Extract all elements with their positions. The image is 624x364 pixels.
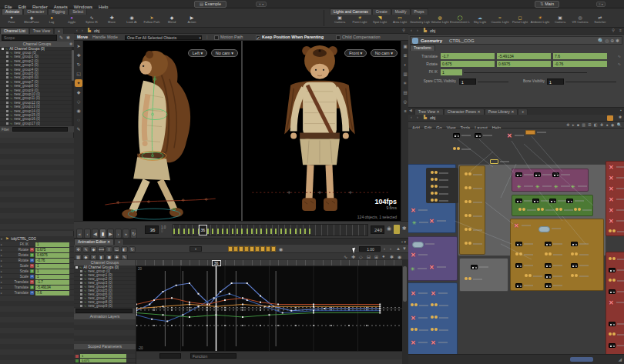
shelf-tool-area-light[interactable]: ▭Area Light [390,15,410,28]
add-tab-button[interactable]: + [114,239,124,245]
network-zoom-handle[interactable] [570,357,593,362]
node-star[interactable]: ✳ [554,184,559,189]
viewport-right-view[interactable]: Front ▾ No cam ▾ 104fps 9.6ms 124 object… [243,41,401,221]
node-chip[interactable] [515,242,522,246]
param-value-field[interactable]: -5.49134 [35,286,69,290]
tab-pose-library[interactable]: Pose Library ✕ [485,109,518,115]
collapse-arrow-icon[interactable]: ▾ [1,237,2,241]
filter-input[interactable] [12,127,68,132]
desktop-selector[interactable]: ⇅ Main [535,1,559,8]
anim-view-icon[interactable]: ◉ [398,254,401,259]
shelf-tool-blendpose[interactable]: ◈BlendPose [22,15,42,28]
shelf-tool-camera[interactable]: ▣Camera [550,15,570,28]
pane-menu-icon[interactable]: ▪ [620,108,622,112]
node-chip[interactable] [515,283,522,288]
key-function-button[interactable] [250,246,254,252]
shelf-tab-lights-and-cameras[interactable]: Lights and Cameras [330,8,372,15]
node-bone[interactable]: ✕ [609,175,614,182]
forward-icon[interactable]: › [417,115,418,119]
node-dots[interactable] [411,303,414,306]
param-ladder-icon[interactable]: ∿ [618,62,621,66]
param-value-field[interactable]: 0.675 [35,248,69,252]
handle-mode-label[interactable]: Handle Mode [92,34,118,41]
key-function-button[interactable] [271,246,276,252]
rotate-tool-icon[interactable]: ↻ [75,61,82,68]
node-chip[interactable] [609,289,616,294]
anim-view-icon[interactable]: ⊟ [367,254,371,259]
channel-group-row[interactable]: ∿new_group9 (0) [74,304,136,308]
key-function-button[interactable] [266,246,270,252]
node-bone[interactable]: ✕ [609,300,614,306]
shelf-tool-look-at[interactable]: ◉Look At [122,15,142,28]
node-dots[interactable] [465,172,468,175]
grid-toggle-icon[interactable]: ▤ [402,89,408,96]
node-bone[interactable]: ✕ [411,208,416,214]
anim-editor-ruler[interactable]: 36 [136,260,402,266]
param-value-field[interactable]: 7.6 [35,291,69,296]
node-dots[interactable] [609,229,612,232]
spare-visibility-track[interactable] [478,82,508,82]
node-bone[interactable]: ✕ [609,219,614,225]
node-chip[interactable] [552,172,559,177]
viewport-left-view[interactable]: Left ▾ No cam ▾ [83,41,241,221]
anim-edit-icon[interactable]: ▮ [98,254,105,260]
keep-position-checkbox[interactable]: ✓Keep Position When Parenting [256,34,324,41]
node-dots[interactable] [525,274,528,277]
node-chip[interactable] [471,265,478,269]
shelf-tool-volume-light[interactable]: ◍Volume Light [430,15,450,28]
node-dots[interactable] [571,252,574,255]
shade-mode-icon[interactable]: ◐ [402,62,408,68]
node-dots[interactable] [465,186,468,189]
footer-function-field[interactable]: Function [190,353,237,359]
playbar-options-icon[interactable]: ✱ [402,225,407,232]
back-icon[interactable]: ‹ [76,28,78,32]
layout-single-icon[interactable]: ▣ [402,43,408,50]
shelf-tool-move[interactable]: ✚Move [102,15,122,28]
node-chip[interactable] [545,274,552,279]
anim-edit-icon[interactable]: ▦ [75,254,82,260]
playback-speed-field[interactable]: 1.0 0 [161,225,170,234]
network-box-blue-lower[interactable]: ✕✕✕✕✕ [408,282,458,354]
shelf-tool-blend[interactable]: ◆Blend [162,15,182,28]
shelf-tool-caustic-light[interactable]: ≈Caustic Light [490,15,510,28]
node-dots[interactable] [555,208,559,211]
wireframe-icon[interactable]: ▥ [402,71,408,78]
scope-gear-icon[interactable]: ✱ [66,35,70,40]
edit-scope-icon[interactable]: ✎ [59,35,63,40]
node-chip[interactable] [571,242,578,246]
shelf-tab-props[interactable]: Props [411,8,428,15]
network-options-icon[interactable]: ✱ [619,115,622,119]
shelf-tab-animate[interactable]: Animate [2,8,23,15]
shelf-tool-spline-ik[interactable]: ∿Spline IK [82,15,102,28]
node-chip[interactable] [475,133,481,138]
param-ladder-icon[interactable]: ∿ [618,54,621,58]
anim-tool-icon[interactable]: ▭ [113,246,120,252]
translate-tool-icon[interactable]: ✚ [75,52,82,59]
node-bone[interactable]: ✕ [429,219,434,225]
anim-editor-scrollbar[interactable] [402,260,408,364]
channel-group-row[interactable]: ∿new_group17 (0) [0,122,72,125]
brush-tool-icon[interactable]: ✎ [75,125,82,133]
select-tool-icon[interactable]: ➤ [75,42,82,50]
tab-transform[interactable]: Transform [410,45,435,51]
shelf-tab-select[interactable]: Select [69,8,87,15]
param-value-field[interactable]: -1.7 [35,280,69,285]
node-bone[interactable]: ✕ [609,197,614,203]
scoped-param-row[interactable]: ▸Rotatez-0.76 [0,258,74,263]
network-graph-canvas[interactable]: ✕✳✕✳✳✳✳✕✕✕✕✕✕✕✕✳✕✕✕✕✕✕✕✕ [408,129,624,354]
network-box-purple-upper[interactable]: ✳✳✳✳ [512,169,589,192]
timeline[interactable]: 36 [173,224,368,236]
node-dots[interactable] [545,252,548,255]
graph-value-field[interactable]: 1.00 [359,246,381,252]
tab-character-poses[interactable]: Character Poses ✕ [444,109,485,115]
shelf-tool-action[interactable]: ▶Action [182,15,202,28]
scoped-param-row[interactable]: ▸Translatez7.6 [0,290,74,296]
node-dots[interactable] [465,228,468,231]
node-chip[interactable] [609,322,616,326]
param-value-field[interactable]: -5.49134 [497,53,551,59]
node-bone[interactable]: ✕ [411,340,416,346]
anim-tool-icon[interactable]: ◆ [90,246,97,252]
node-star[interactable]: ✳ [571,184,575,189]
node-bone[interactable]: ✕ [431,340,436,346]
shelf-tool-ambient-light[interactable]: ☀Ambient Light [530,15,550,28]
